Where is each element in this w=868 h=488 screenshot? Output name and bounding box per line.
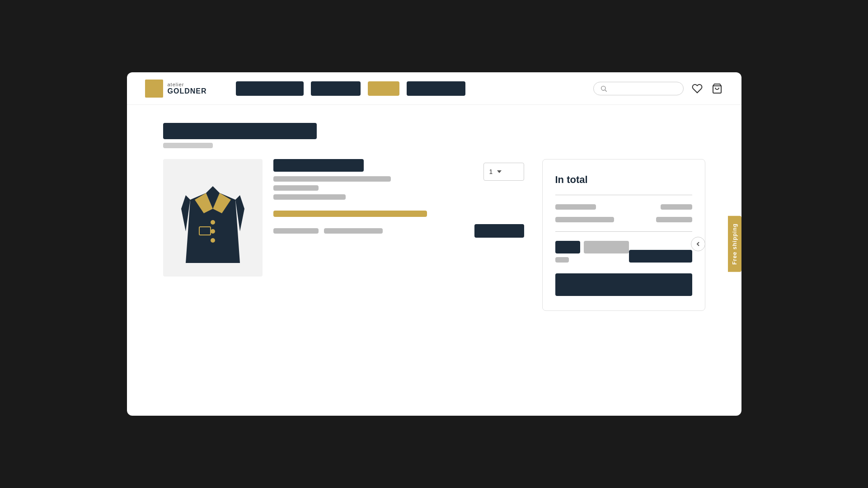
chevron-down-icon (497, 170, 502, 173)
product-info: 1 (273, 159, 524, 238)
back-button[interactable] (691, 237, 705, 251)
chevron-left-icon (695, 241, 701, 247)
summary-row-1 (555, 204, 692, 210)
product-image (163, 159, 263, 277)
quantity-area: 1 (483, 159, 524, 181)
heart-icon (692, 83, 703, 94)
action-bar-2 (324, 228, 383, 234)
total-label-dark (555, 241, 580, 253)
summary-title: In total (555, 174, 692, 186)
product-name (273, 159, 364, 172)
logo-box-icon (145, 80, 163, 98)
product-detail-3 (273, 194, 346, 200)
product-details-area: 1 (273, 159, 524, 277)
delete-button[interactable] (474, 224, 524, 238)
main-nav (236, 81, 582, 96)
logo-brand-name: GOLDNER (168, 87, 207, 95)
summary-divider-middle (555, 231, 692, 232)
page-header (163, 123, 705, 148)
price-row (273, 211, 524, 217)
product-detail-2 (273, 185, 319, 191)
header: atelier GOLDNER (127, 72, 741, 105)
action-bar-1 (273, 228, 319, 234)
total-value (629, 250, 692, 263)
nav-item-4[interactable] (407, 81, 465, 96)
logo-area: atelier GOLDNER (145, 80, 207, 98)
quantity-value: 1 (489, 168, 493, 175)
svg-point-4 (211, 229, 215, 234)
page-title (163, 123, 317, 139)
summary-card: In total (542, 159, 705, 311)
summary-area: In total (524, 159, 705, 311)
product-detail-1 (273, 176, 391, 182)
search-icon (600, 85, 607, 92)
cart-button[interactable] (711, 82, 723, 95)
nav-item-2[interactable] (311, 81, 361, 96)
search-bar[interactable] (593, 82, 684, 95)
nav-item-3[interactable] (368, 81, 399, 96)
svg-point-5 (211, 238, 215, 243)
summary-label-1 (555, 204, 596, 210)
total-note (555, 257, 569, 263)
product-details-col (273, 159, 391, 200)
summary-total-row (555, 241, 692, 263)
total-label-light (584, 241, 629, 253)
product-section: 1 (163, 159, 524, 277)
page-subtitle (163, 143, 213, 148)
checkout-button[interactable] (555, 273, 692, 296)
header-actions (593, 82, 723, 95)
summary-value-1 (661, 204, 692, 210)
summary-label-2 (555, 217, 614, 222)
content-layout: 1 (163, 159, 705, 311)
logo-text: atelier GOLDNER (168, 82, 207, 95)
svg-line-1 (605, 90, 607, 92)
logo-atelier: atelier (168, 82, 207, 87)
svg-point-0 (601, 86, 605, 90)
summary-row-2 (555, 217, 692, 222)
quantity-selector[interactable]: 1 (483, 163, 524, 181)
main-content: 1 (127, 105, 741, 329)
nav-item-1[interactable] (236, 81, 304, 96)
product-item: 1 (163, 159, 524, 277)
jacket-illustration (177, 173, 249, 263)
price-bar (273, 211, 427, 217)
wishlist-button[interactable] (691, 82, 704, 95)
browser-window: atelier GOLDNER (127, 72, 741, 416)
bag-icon (712, 83, 723, 94)
svg-point-3 (211, 220, 215, 225)
free-shipping-tab[interactable]: Free shipping (728, 216, 741, 272)
summary-value-2 (656, 217, 692, 222)
summary-divider-top (555, 195, 692, 195)
